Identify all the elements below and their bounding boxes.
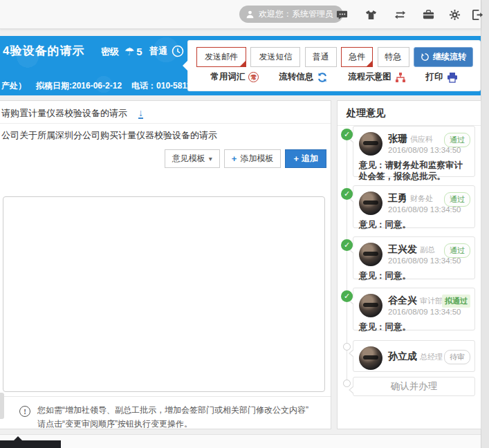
- page: 欢迎您：系统管理员 4验设备的请示 密级 ☂ 5 普通: [0, 0, 481, 448]
- logout-icon[interactable]: [472, 9, 483, 21]
- user-icon: [246, 10, 255, 19]
- message-icon[interactable]: [336, 9, 348, 21]
- document-title: 4验设备的请示: [3, 43, 84, 59]
- priority-urgent-button[interactable]: 急件: [341, 47, 373, 67]
- flow-diagram-icon: [395, 72, 406, 83]
- printer-icon: [447, 72, 458, 83]
- clock-icon: [172, 45, 184, 57]
- avatar: [359, 346, 382, 370]
- plus-icon: +: [293, 153, 299, 164]
- avatar: [359, 243, 382, 266]
- approver-dept: 财务处: [410, 194, 433, 204]
- opinion-template-dropdown[interactable]: 意见模板 ▾: [165, 149, 220, 168]
- common-word-icon: 常: [248, 72, 259, 82]
- status-badge: 待审: [444, 350, 470, 364]
- approved-check-icon: ✓: [341, 239, 353, 251]
- attachment-link[interactable]: 请购置计量仪器校验设备的请示: [1, 107, 127, 120]
- approved-check-icon: ✓: [341, 188, 353, 200]
- divider: [0, 123, 331, 124]
- theme-icon[interactable]: [365, 9, 377, 21]
- opinion-card: 张珊 供应科 通过 2016/08/09 13:34:50 意见：请财务处和监察…: [353, 126, 475, 177]
- approved-check-icon: ✓: [341, 129, 353, 140]
- approved-check-icon: ✓: [341, 290, 353, 302]
- approver-dept: 供应科: [410, 134, 433, 144]
- add-template-button[interactable]: + 添加模板: [224, 149, 282, 168]
- draft-date: 拟稿日期:2016-06-2-12: [36, 80, 122, 92]
- confirm-handle-button[interactable]: 确认并办理: [353, 377, 475, 396]
- approver-dept: 审计部: [420, 296, 443, 306]
- print-link[interactable]: 打印: [426, 71, 458, 83]
- opinion-card: 王兴发 副总 通过 2016/08/09 13:34:50 意见：同意。: [353, 236, 475, 279]
- tooltip-fragment: [0, 440, 61, 448]
- priority-normal-button[interactable]: 普通: [305, 47, 337, 67]
- opinion-date: 2016/08/09 13:34:50: [388, 256, 461, 265]
- opinion-input[interactable]: [3, 196, 325, 392]
- action-toolbar: 发送邮件 发送短信 普通 急件 特急 继续流转 常用词汇 常 流转信息: [188, 41, 480, 91]
- flow-info-icon: [317, 72, 328, 83]
- umbrella-icon: ☂: [124, 45, 134, 58]
- plus-icon: +: [232, 153, 237, 164]
- avatar: [359, 192, 382, 215]
- user-menu[interactable]: 欢迎您：系统管理员: [239, 6, 343, 23]
- opinion-card: 王勇 财务处 通过 2016/08/09 13:34:50 意见：同意。: [353, 185, 475, 228]
- append-button[interactable]: + 追加: [285, 149, 326, 168]
- approver-name: 孙立成: [388, 351, 417, 363]
- info-icon: !: [19, 406, 30, 417]
- opinion-comment: 意见：同意。: [359, 219, 470, 230]
- footer-strip: [0, 434, 481, 448]
- download-icon[interactable]: ↓: [138, 109, 143, 119]
- status-badge: 通过: [444, 133, 470, 147]
- document-subject: 公司关于所属深圳分公司购买计量仪器校验设备的请示: [1, 129, 217, 142]
- opinion-date: 2016/08/09 13:34:50: [388, 146, 461, 154]
- approver-dept: 副总: [420, 245, 435, 255]
- settings-icon[interactable]: [449, 9, 461, 21]
- switch-icon[interactable]: [394, 9, 406, 21]
- divider: [0, 396, 331, 397]
- priority-extra-urgent-button[interactable]: 特急: [378, 47, 409, 67]
- pending-dot-icon: [343, 343, 351, 351]
- send-sms-button[interactable]: 发送短信: [250, 47, 300, 67]
- avatar: [359, 294, 382, 317]
- document-body-panel: 请购置计量仪器校验设备的请示 ↓ 公司关于所属深圳分公司购买计量仪器校验设备的请…: [0, 100, 331, 429]
- common-words-link[interactable]: 常用词汇 常: [210, 71, 259, 83]
- document-header: 4验设备的请示 密级 ☂ 5 普通 产处） 拟稿日期:2016-06-2-12 …: [0, 36, 481, 95]
- send-mail-button[interactable]: 发送邮件: [196, 47, 246, 67]
- flow-diagram-link[interactable]: 流程示意图: [348, 71, 406, 83]
- avatar: [359, 132, 382, 156]
- pending-dot-icon: [343, 380, 351, 387]
- opinion-comment: 意见：请财务处和监察审计处会签，报徐总批示。: [359, 160, 470, 182]
- approver-dept: 总经理: [420, 352, 443, 362]
- status-badge: 拟通过: [442, 295, 470, 308]
- status-badge: 通过: [444, 243, 470, 258]
- notice-text: 您如需“增加社领导、副总工批示，增加会签部门或相关部门修改公文内容” 请点击“变…: [37, 403, 308, 431]
- approver-name: 张珊: [388, 133, 407, 145]
- refresh-icon: [421, 53, 430, 62]
- dept-fragment: 产处）: [1, 80, 26, 92]
- edge-fragment: [0, 393, 4, 419]
- security-level: 密级 ☂ 5: [101, 45, 142, 58]
- continue-flow-button[interactable]: 继续流转: [414, 47, 473, 67]
- opinion-date: 2016/08/09 13:34:50: [388, 308, 461, 316]
- opinion-card: 谷全兴 审计部 拟通过 2016/08/09 13:34:50 意见：同意。: [353, 288, 475, 330]
- opinion-date: 2016/08/09 13:34:50: [388, 205, 461, 214]
- opinion-comment: 意见：同意。: [359, 270, 470, 281]
- status-badge: 通过: [444, 192, 470, 207]
- flow-info-link[interactable]: 流转信息: [279, 71, 328, 83]
- approver-name: 谷全兴: [388, 295, 417, 307]
- approver-name: 王勇: [388, 192, 407, 205]
- opinions-panel: 处理意见 ✓ 张珊 供应科 通过 2016/08/09 13:34:50 意见：…: [337, 100, 481, 429]
- topbar: 欢迎您：系统管理员: [0, 0, 481, 29]
- approver-name: 王兴发: [388, 243, 417, 256]
- welcome-label: 欢迎您：系统管理员: [259, 8, 333, 20]
- urgency-level: 普通: [149, 45, 184, 57]
- opinion-comment: 意见：同意。: [359, 321, 470, 333]
- opinion-card: 孙立成 总经理 待审: [353, 340, 475, 372]
- opinions-title: 处理意见: [338, 101, 481, 126]
- chevron-down-icon: ▾: [209, 155, 212, 162]
- briefcase-icon[interactable]: [423, 9, 434, 21]
